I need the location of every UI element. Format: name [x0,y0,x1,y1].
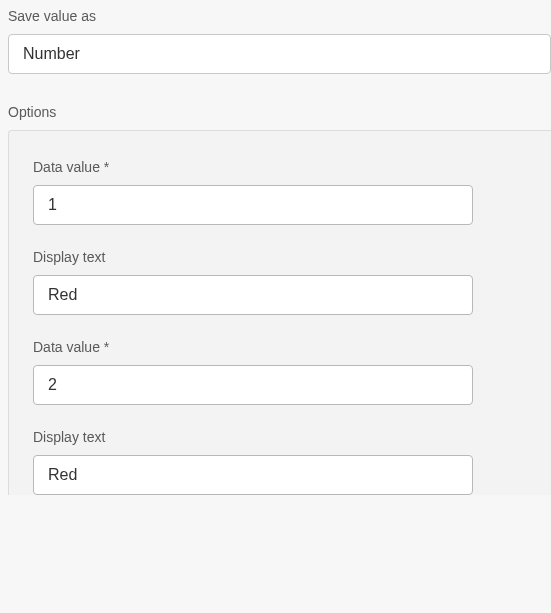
option-item: Data value * [33,159,527,225]
option-item: Display text [33,249,527,315]
options-label: Options [8,104,551,120]
data-value-input[interactable] [33,365,473,405]
option-item: Display text [33,429,527,495]
save-value-as-label: Save value as [8,8,551,24]
options-panel: Data value * Display text Data value * D… [8,130,551,495]
data-value-label: Data value * [33,159,527,175]
display-text-label: Display text [33,429,527,445]
display-text-label: Display text [33,249,527,265]
option-item: Data value * [33,339,527,405]
save-value-as-select[interactable]: Number [8,34,551,74]
data-value-label: Data value * [33,339,527,355]
display-text-input[interactable] [33,275,473,315]
data-value-input[interactable] [33,185,473,225]
display-text-input[interactable] [33,455,473,495]
